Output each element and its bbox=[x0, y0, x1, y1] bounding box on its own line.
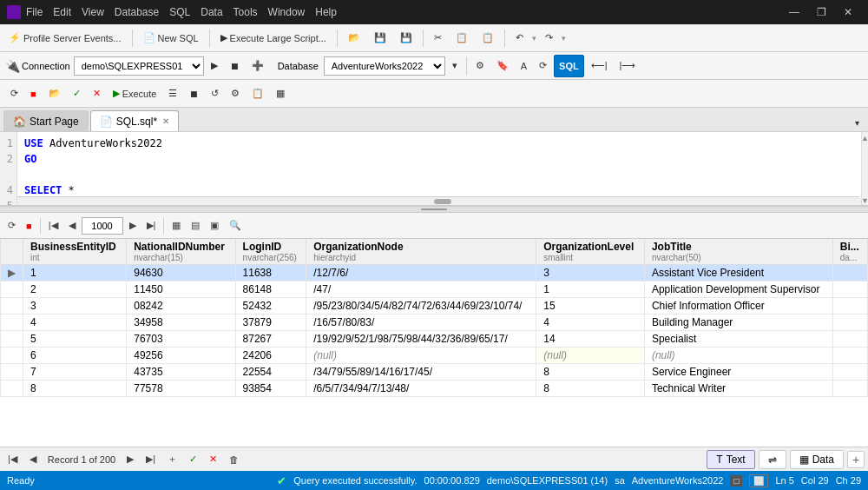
nav-next-button[interactable]: ▶ bbox=[125, 216, 141, 235]
execute-button[interactable]: ▶ Execute bbox=[108, 83, 162, 105]
col-header-organizationlevel[interactable]: OrganizationLevelsmallint bbox=[536, 239, 645, 265]
delete-row-button[interactable]: 🗑 bbox=[225, 450, 243, 469]
menu-file[interactable]: File bbox=[26, 6, 43, 18]
nav-bottom-prev[interactable]: ◀ bbox=[25, 450, 41, 469]
open-query-button[interactable]: 📂 bbox=[43, 83, 66, 105]
btn1[interactable]: ⟵| bbox=[586, 55, 613, 77]
save-button[interactable]: 💾 bbox=[369, 27, 391, 50]
split-layout-button[interactable]: ⬜ bbox=[749, 474, 768, 487]
bottom-tab-data[interactable]: ▦ Data bbox=[790, 450, 844, 469]
editor-content[interactable]: USE AdventureWorks2022 GO SELECT * FROM … bbox=[17, 132, 861, 205]
add-row-button[interactable]: ＋ bbox=[163, 450, 181, 469]
copy-button[interactable]: 📋 bbox=[450, 27, 473, 50]
refresh-button[interactable]: ⟳ bbox=[534, 55, 552, 77]
execution-options-button[interactable]: ☰ bbox=[163, 83, 182, 105]
nav-bottom-first[interactable]: |◀ bbox=[3, 450, 22, 469]
open-button[interactable]: 📂 bbox=[343, 27, 365, 50]
refresh-results-button[interactable]: ⟳ bbox=[5, 83, 23, 105]
nav-prev-button[interactable]: ◀ bbox=[64, 216, 80, 235]
tab-sql-file[interactable]: 📄 SQL.sql* ✕ bbox=[90, 110, 179, 131]
col-header-jobtitle[interactable]: JobTitlenvarchar(50) bbox=[644, 239, 832, 265]
menu-view[interactable]: View bbox=[82, 6, 104, 18]
menu-tools[interactable]: Tools bbox=[233, 6, 258, 18]
maximize-button[interactable]: ❐ bbox=[808, 3, 835, 22]
table-button[interactable]: ▣ bbox=[206, 216, 223, 235]
results-grid[interactable]: BusinessEntityIDint NationalIDNumbernvar… bbox=[0, 239, 868, 447]
menu-help[interactable]: Help bbox=[315, 6, 337, 18]
cut-button[interactable]: ✂ bbox=[429, 27, 447, 50]
menu-database[interactable]: Database bbox=[115, 6, 159, 18]
minimize-button[interactable]: — bbox=[780, 3, 808, 22]
sql-mode-button[interactable]: SQL bbox=[554, 55, 584, 77]
nav-last-button[interactable]: ▶| bbox=[142, 216, 161, 235]
sql-editor[interactable]: 1 2 4 5 USE AdventureWorks2022 GO SELECT… bbox=[0, 132, 868, 206]
table-row[interactable]: 30824252432/95/23/80/34/5/4/82/74/72/63/… bbox=[1, 298, 868, 315]
search-button[interactable]: 🔍 bbox=[225, 216, 246, 235]
save-all-button[interactable]: 💾 bbox=[395, 27, 418, 50]
confirm-button[interactable]: ✓ bbox=[185, 450, 201, 469]
stop-button[interactable]: ■ bbox=[25, 83, 42, 105]
menu-edit[interactable]: Edit bbox=[53, 6, 71, 18]
tab-menu-button[interactable]: ▾ bbox=[850, 114, 865, 131]
add-tab-button[interactable]: + bbox=[847, 451, 865, 468]
table-row[interactable]: 74373522554/34/79/55/89/14/16/17/45/8Ser… bbox=[1, 364, 868, 381]
columns-button[interactable]: ▤ bbox=[187, 216, 204, 235]
undo-button[interactable]: ↶ bbox=[510, 27, 529, 50]
editor-vertical-scrollbar[interactable]: ▲ ▼ bbox=[861, 132, 868, 205]
col-header-organizationnode[interactable]: OrganizationNodehierarchyid bbox=[306, 239, 536, 265]
table-row[interactable]: 43495837879/16/57/80/83/4Building Manage… bbox=[1, 315, 868, 331]
split-handle[interactable] bbox=[0, 206, 868, 213]
tab-close-icon[interactable]: ✕ bbox=[162, 116, 169, 126]
menu-data[interactable]: Data bbox=[201, 6, 222, 18]
page-size-input[interactable] bbox=[82, 217, 123, 235]
col-header-loginid[interactable]: LoginIDnvarchar(256) bbox=[235, 239, 306, 265]
profile-server-events-button[interactable]: ⚡ Profile Server Events... bbox=[3, 27, 127, 50]
paste-button[interactable]: 📋 bbox=[477, 27, 499, 50]
stop-exec-button[interactable]: ⏹ bbox=[184, 83, 204, 105]
redo-button[interactable]: ↷ bbox=[540, 27, 558, 50]
bottom-tab-text[interactable]: T Text bbox=[707, 450, 754, 469]
col-header-bi[interactable]: Bi...da... bbox=[832, 239, 867, 265]
table-row[interactable]: ▶19463011638/12/7/6/3Assistant Vice Pres… bbox=[1, 265, 868, 281]
close-button[interactable]: ✕ bbox=[835, 3, 861, 22]
filter-button[interactable]: ⚙ bbox=[470, 55, 490, 77]
connect-button[interactable]: ▶ bbox=[206, 55, 223, 77]
commit-button[interactable]: ✓ bbox=[68, 83, 86, 105]
btn2[interactable]: |⟶ bbox=[615, 55, 641, 77]
bottom-tab-transfer[interactable]: ⇌ bbox=[759, 450, 786, 469]
menu-window[interactable]: Window bbox=[268, 6, 306, 18]
grid-view-button[interactable]: ▦ bbox=[271, 83, 290, 105]
grid-button[interactable]: ▦ bbox=[168, 216, 185, 235]
bookmark-button[interactable]: 🔖 bbox=[491, 55, 514, 77]
font-button[interactable]: A bbox=[516, 55, 532, 77]
col-header-businessentityid[interactable]: BusinessEntityIDint bbox=[23, 239, 127, 265]
table-row[interactable]: 87757893854/6/5/7/34/94/7/13/48/8Technic… bbox=[1, 381, 868, 397]
copy-sql-button[interactable]: 📋 bbox=[247, 83, 269, 105]
new-connection-button[interactable]: ➕ bbox=[247, 55, 269, 77]
results-stop-button[interactable]: ■ bbox=[22, 216, 36, 235]
col-header-nationalidnumber[interactable]: NationalIDNumbernvarchar(15) bbox=[127, 239, 235, 265]
table-row[interactable]: 21145086148/47/1Application Development … bbox=[1, 281, 868, 298]
tab-start-page[interactable]: 🏠 Start Page bbox=[3, 110, 89, 131]
connection-select[interactable]: demo\SQLEXPRESS01 bbox=[74, 56, 204, 76]
editor-horizontal-scrollbar[interactable] bbox=[17, 196, 859, 205]
nav-bottom-next[interactable]: ▶ bbox=[122, 450, 138, 469]
scroll-up-icon[interactable]: ▲ bbox=[861, 134, 868, 142]
db-dropdown-button[interactable]: ▾ bbox=[447, 55, 463, 77]
database-select[interactable]: AdventureWorks2022 bbox=[324, 56, 445, 76]
nav-bottom-last[interactable]: ▶| bbox=[141, 450, 160, 469]
nav-first-button[interactable]: |◀ bbox=[44, 216, 62, 235]
scroll-down-icon[interactable]: ▼ bbox=[861, 196, 868, 205]
repeat-button[interactable]: ↺ bbox=[206, 83, 224, 105]
format-button[interactable]: ⚙ bbox=[226, 83, 245, 105]
table-row[interactable]: 57670387267/19/92/9/52/1/98/75/98/44/32/… bbox=[1, 331, 868, 348]
results-refresh-button[interactable]: ⟳ bbox=[3, 216, 20, 235]
table-row[interactable]: 64925624206(null)(null)(null) bbox=[1, 348, 868, 364]
cancel-edit-button[interactable]: ✕ bbox=[205, 450, 221, 469]
menu-sql[interactable]: SQL bbox=[169, 6, 190, 18]
rollback-button[interactable]: ✕ bbox=[88, 83, 106, 105]
new-sql-button[interactable]: 📄 New SQL bbox=[138, 27, 204, 50]
layout-button[interactable]: □ bbox=[730, 475, 742, 487]
execute-large-script-button[interactable]: ▶ Execute Large Script... bbox=[215, 27, 332, 50]
disconnect-button[interactable]: ⏹ bbox=[225, 55, 245, 77]
